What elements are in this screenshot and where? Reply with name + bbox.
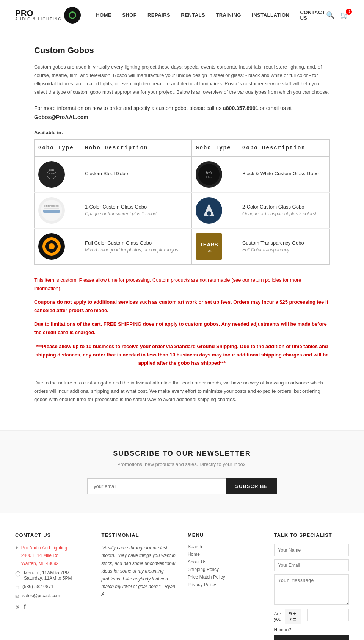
svg-text:Style: Style bbox=[206, 171, 212, 174]
footer-address1: 2400 E 14 Mile Rd bbox=[21, 552, 67, 559]
notice-3: Due to limitations of the cart, FREE SHI… bbox=[34, 320, 330, 337]
svg-point-4 bbox=[198, 164, 220, 185]
are-you-text: Are you bbox=[274, 611, 282, 622]
footer: CONTACT US ● Pro Audio And Lighting 2400… bbox=[0, 513, 364, 640]
captcha-answer-input[interactable] bbox=[307, 609, 349, 621]
footer-menu-about[interactable]: About Us bbox=[188, 559, 263, 565]
gobo-img-cell-1color: bluegrassbeal bbox=[35, 192, 82, 228]
footer-contact: CONTACT US ● Pro Audio And Lighting 2400… bbox=[15, 532, 90, 640]
main-content: Custom Gobos Custom gobos are used in vi… bbox=[27, 30, 337, 430]
nav-contact[interactable]: CONTACT US bbox=[300, 9, 326, 21]
nav-rentals[interactable]: RENTALS bbox=[181, 12, 205, 18]
table-row: Full Color Custom Glass Gobo Mixed color… bbox=[35, 228, 330, 264]
newsletter-form: SUBSCRIBE bbox=[87, 478, 277, 494]
notice-4: ***Please allow up to 10 business to rec… bbox=[34, 342, 330, 367]
contact-line-text: For more information on how to order and… bbox=[34, 105, 226, 111]
newsletter-title: SUBSCRIBE TO OUR NEWSLETTER bbox=[8, 450, 356, 458]
footer-phone: (586) 582-0871 bbox=[22, 584, 53, 589]
table-row: bluegrassbeal 1-Color Custom Glass Gobo … bbox=[35, 192, 330, 228]
svg-text:TEARS: TEARS bbox=[200, 242, 218, 248]
info-paragraph: Due to the nature of a custom gobo and t… bbox=[34, 379, 330, 404]
svg-text:bluegrassbeal: bluegrassbeal bbox=[44, 205, 58, 207]
email-intro-text: or email us at bbox=[258, 105, 292, 111]
facebook-icon[interactable]: f bbox=[24, 604, 25, 611]
footer-menu-privacy[interactable]: Privacy Policy bbox=[188, 582, 263, 587]
footer-company: Pro Audio And Lighting bbox=[21, 544, 67, 552]
footer-email-row: ✉ sales@proaal.com bbox=[15, 593, 90, 599]
human-label: Human? bbox=[274, 627, 349, 632]
col-header-1: Gobo Type bbox=[35, 139, 82, 156]
newsletter-subscribe-button[interactable]: SUBSCRIBE bbox=[226, 478, 277, 494]
contact-email: Gobos@ProAAL.com bbox=[34, 114, 88, 120]
available-label: Available in: bbox=[34, 130, 330, 135]
svg-text:& lure: & lure bbox=[49, 173, 55, 175]
col-header-2: Gobo Description bbox=[81, 139, 192, 156]
gobo-img-cell: style & lure bbox=[35, 156, 82, 192]
gobo-img-cell-bw: Style & lure bbox=[192, 156, 239, 192]
footer-menu-search[interactable]: Search bbox=[188, 544, 263, 549]
newsletter-subtitle: Promotions, new products and sales. Dire… bbox=[8, 461, 356, 467]
submit-button[interactable]: SUBMIT bbox=[274, 635, 349, 640]
logo[interactable]: PRO AUDIO & LIGHTING bbox=[15, 7, 81, 24]
testimonial-text: "Really came through for me last month. … bbox=[102, 544, 177, 598]
contact-phone: 800.357.8991 bbox=[226, 105, 259, 111]
svg-rect-10 bbox=[43, 210, 60, 213]
footer-phone-row: ◻ (586) 582-0871 bbox=[15, 584, 90, 590]
cart-badge: 0 bbox=[346, 9, 352, 15]
search-button[interactable]: 🔍 bbox=[326, 11, 334, 19]
nav-training[interactable]: TRAINING bbox=[216, 12, 241, 18]
footer-hours2: Saturday, 11AM to 5PM bbox=[24, 576, 72, 581]
col-header-4: Gobo Description bbox=[238, 139, 329, 156]
footer-menu-heading: MENU bbox=[188, 532, 263, 538]
gobo-image-transparency: TEARS FOR bbox=[196, 233, 222, 260]
specialist-email-input[interactable] bbox=[274, 559, 349, 571]
logo-icon bbox=[64, 7, 81, 24]
gobo-desc-right-1: Black & White Custom Glass Gobo bbox=[238, 156, 329, 192]
table-row: style & lure Custom Steel Gobo Style bbox=[35, 156, 330, 192]
clock-icon: ◯ bbox=[15, 571, 21, 576]
footer-grid: CONTACT US ● Pro Audio And Lighting 2400… bbox=[15, 532, 349, 640]
specialist-name-input[interactable] bbox=[274, 544, 349, 556]
gobo-image-fullcolor bbox=[38, 233, 65, 260]
notice-1: This item is custom. Please allow time f… bbox=[34, 276, 330, 293]
notice-2: Coupons do not apply to additional servi… bbox=[34, 298, 330, 315]
nav-shop[interactable]: SHOP bbox=[122, 12, 137, 18]
newsletter-email-input[interactable] bbox=[87, 478, 226, 494]
footer-address2: Warren, MI, 48092 bbox=[21, 560, 67, 567]
footer-specialist-heading: TALK TO SPECIALIST bbox=[274, 532, 349, 538]
nav-home[interactable]: HOME bbox=[96, 12, 111, 18]
footer-menu-shipping[interactable]: Shipping Policy bbox=[188, 567, 263, 572]
gobo-desc-left-2: 1-Color Custom Glass Gobo Opaque or tran… bbox=[81, 192, 192, 228]
phone-icon: ◻ bbox=[15, 584, 19, 590]
footer-testimonial-heading: TESTIMONIAL bbox=[102, 532, 177, 538]
specialist-message-input[interactable] bbox=[274, 574, 349, 605]
intro-paragraph: Custom gobos are used in virtually every… bbox=[34, 63, 330, 96]
cart-wrapper[interactable]: 🛒 0 bbox=[340, 11, 349, 19]
gobo-img-cell-2color bbox=[192, 192, 239, 228]
footer-social: 𝕏 f bbox=[15, 604, 90, 611]
twitter-icon[interactable]: 𝕏 bbox=[15, 604, 20, 611]
gobo-image-steel: style & lure bbox=[38, 161, 65, 188]
nav-installation[interactable]: INSTALLATION bbox=[252, 12, 289, 18]
footer-menu-price[interactable]: Price Match Policy bbox=[188, 574, 263, 580]
svg-text:FOR: FOR bbox=[206, 249, 212, 253]
page-title: Custom Gobos bbox=[34, 45, 330, 55]
gobo-desc-left-3: Full Color Custom Glass Gobo Mixed color… bbox=[81, 228, 192, 264]
footer-menu-home[interactable]: Home bbox=[188, 552, 263, 557]
gobo-img-cell-transparency: TEARS FOR bbox=[192, 228, 239, 264]
footer-hours1: Mon-Fri, 11AM to 7PM bbox=[24, 570, 72, 576]
footer-testimonial: TESTIMONIAL "Really came through for me … bbox=[102, 532, 177, 640]
header-icons: 🔍 🛒 0 bbox=[326, 11, 349, 19]
nav-repairs[interactable]: REPAIRS bbox=[147, 12, 170, 18]
gobo-desc-right-3: Custom Transparency Gobo Full Color tran… bbox=[238, 228, 329, 264]
email-icon: ✉ bbox=[15, 593, 19, 599]
footer-address-row: ● Pro Audio And Lighting 2400 E 14 Mile … bbox=[15, 544, 90, 567]
captcha-row: Are you 9 + 7 = bbox=[274, 609, 349, 624]
gobo-image-bw: Style & lure bbox=[196, 161, 222, 188]
main-nav: HOME SHOP REPAIRS RENTALS TRAINING INSTA… bbox=[96, 9, 326, 21]
location-icon: ● bbox=[15, 544, 18, 550]
footer-specialist: TALK TO SPECIALIST Are you 9 + 7 = Human… bbox=[274, 532, 349, 640]
gobo-desc-right-2: 2-Color Custom Glass Gobo Opaque or tran… bbox=[238, 192, 329, 228]
gobo-img-cell-fullcolor bbox=[35, 228, 82, 264]
newsletter-section: SUBSCRIBE TO OUR NEWSLETTER Promotions, … bbox=[0, 430, 364, 513]
